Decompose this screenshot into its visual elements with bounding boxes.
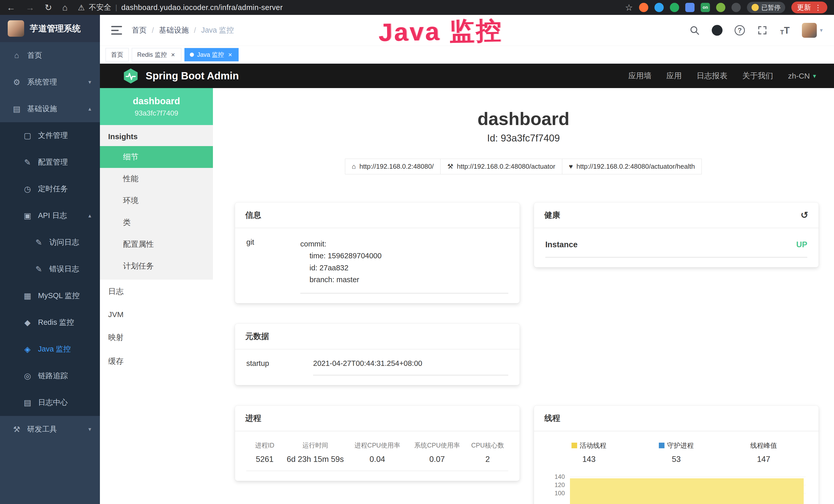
sidebar-item-java-monitor[interactable]: ◈ Java 监控 <box>0 336 100 363</box>
history-icon[interactable]: ↺ <box>800 210 808 220</box>
close-icon[interactable]: × <box>227 51 233 58</box>
process-table: 进程ID 运行时间 进程CPU使用率 系统CPU使用率 CPU核心数 5261 … <box>246 441 508 471</box>
sba-item-metrics[interactable]: 性能 <box>100 168 213 190</box>
sidebar-item-dev-tools[interactable]: ⚒ 研发工具 ▾ <box>0 416 100 443</box>
breadcrumb-home[interactable]: 首页 <box>132 25 147 36</box>
breadcrumb-infra[interactable]: 基础设施 <box>159 25 189 36</box>
sidebar-item-mysql-monitor[interactable]: ▦ MySQL 监控 <box>0 282 100 309</box>
process-card-title: 进程 <box>235 406 520 431</box>
address-separator: | <box>115 3 117 12</box>
close-icon[interactable]: × <box>170 51 176 58</box>
process-col-value: 0.04 <box>348 455 408 464</box>
tab-label: Redis 监控 <box>137 51 167 59</box>
sidebar-item-tracing[interactable]: ◎ 链路追踪 <box>0 363 100 389</box>
process-col-value: 0.07 <box>407 455 467 464</box>
logo-avatar <box>8 20 24 37</box>
address-bar[interactable]: ⚠ 不安全 | dashboard.yudao.iocoder.cn/infra… <box>78 2 283 13</box>
extension-green-icon[interactable] <box>670 3 679 12</box>
app-logo[interactable]: 芋道管理系统 <box>0 15 100 42</box>
chevron-down-icon: ▾ <box>88 426 91 433</box>
user-menu[interactable]: ▾ <box>802 23 823 38</box>
sidebar-item-label: 配置管理 <box>38 157 68 167</box>
home-icon: ⌂ <box>11 51 22 60</box>
sidebar-item-home[interactable]: ⌂ 首页 <box>0 42 100 69</box>
sidebar-item-file-manage[interactable]: ▢ 文件管理 <box>0 122 100 149</box>
sba-item-caches[interactable]: 缓存 <box>100 349 213 373</box>
sba-brand-label: Spring Boot Admin <box>146 70 239 82</box>
startup-value: 2021-04-27T00:44:31.254+08:00 <box>313 359 508 375</box>
browser-home-icon[interactable]: ⌂ <box>62 3 68 12</box>
browser-extensions-area: ☆ on 已暂停 更新 ⋮ <box>625 2 827 13</box>
sidebar-item-access-log[interactable]: ✎ 访问日志 <box>0 229 100 256</box>
sba-item-classes[interactable]: 类 <box>100 211 213 233</box>
sba-item-scheduled-tasks[interactable]: 计划任务 <box>100 255 213 277</box>
sidebar-item-label: 访问日志 <box>49 237 79 248</box>
extension-switch-icon[interactable]: on <box>701 3 710 12</box>
sba-item-config-props[interactable]: 配置属性 <box>100 233 213 255</box>
extension-leaf-icon[interactable] <box>716 3 725 12</box>
extension-grid-icon[interactable] <box>685 3 695 12</box>
fullscreen-icon[interactable] <box>757 25 768 36</box>
actuator-url-link[interactable]: ⚒ http://192.168.0.2:48080/actuator <box>440 159 562 174</box>
bookmark-star-icon[interactable]: ☆ <box>625 3 633 12</box>
app-header: 首页 / 基础设施 / Java 监控 Java 监控 ? TT <box>100 15 834 46</box>
forward-icon[interactable]: → <box>26 3 35 12</box>
sidebar-item-config-manage[interactable]: ✎ 配置管理 <box>0 149 100 176</box>
sba-item-environment[interactable]: 环境 <box>100 190 213 211</box>
reload-icon[interactable]: ↻ <box>45 3 52 12</box>
sba-locale-select[interactable]: zh-CN ▾ <box>788 72 816 81</box>
sba-nav-journal[interactable]: 日志报表 <box>697 71 727 81</box>
sidebar-item-infra[interactable]: ▤ 基础设施 ▴ <box>0 95 100 122</box>
sba-item-details[interactable]: 细节 <box>100 146 213 168</box>
breadcrumb: 首页 / 基础设施 / Java 监控 <box>132 25 234 36</box>
back-icon[interactable]: ← <box>7 3 16 12</box>
health-card: 健康 ↺ Instance UP <box>534 203 818 267</box>
sba-nav-about[interactable]: 关于我们 <box>742 71 773 81</box>
sidebar-item-label: 链路追踪 <box>38 371 68 381</box>
sidebar-item-label: 日志中心 <box>38 397 68 408</box>
sba-item-mappings[interactable]: 映射 <box>100 325 213 349</box>
tab-java-monitor[interactable]: Java 监控 × <box>184 48 239 61</box>
tabs-bar: 首页 Redis 监控 × Java 监控 × <box>100 46 834 64</box>
github-icon[interactable] <box>711 25 723 36</box>
sba-item-jvm[interactable]: JVM <box>100 303 213 325</box>
instance-health-row: Instance UP <box>545 238 807 257</box>
sidebar-item-label: MySQL 监控 <box>38 291 80 301</box>
sba-brand[interactable]: Spring Boot Admin <box>123 68 239 84</box>
sba-item-logs[interactable]: 日志 <box>100 280 213 303</box>
tab-redis-monitor[interactable]: Redis 监控 × <box>132 48 181 61</box>
health-url-link[interactable]: ♥ http://192.168.0.2:48080/actuator/heal… <box>562 159 702 174</box>
sidebar-item-redis-monitor[interactable]: ◆ Redis 监控 <box>0 309 100 336</box>
service-url-link[interactable]: ⌂ http://192.168.0.2:48080/ <box>345 159 441 174</box>
infra-icon: ▤ <box>11 104 22 114</box>
timer-icon: ◷ <box>22 184 33 194</box>
kebab-menu-icon[interactable]: ⋮ <box>814 3 822 12</box>
chevron-up-icon: ▴ <box>88 212 91 219</box>
sidebar-item-system[interactable]: ⚙ 系统管理 ▾ <box>0 69 100 95</box>
extension-drop-icon[interactable] <box>655 3 664 12</box>
paused-badge[interactable]: 已暂停 <box>747 2 785 13</box>
app-sidebar: 芋道管理系统 ⌂ 首页 ⚙ 系统管理 ▾ ▤ 基础设施 ▴ ▢ 文件管理 ✎ 配… <box>0 15 100 504</box>
sba-nav-wallboard[interactable]: 应用墙 <box>628 71 651 81</box>
search-icon[interactable] <box>689 25 700 36</box>
sidebar-item-error-log[interactable]: ✎ 错误日志 <box>0 256 100 282</box>
active-tab-dot <box>190 53 194 57</box>
tab-home[interactable]: 首页 <box>106 48 129 61</box>
config-icon: ✎ <box>22 158 33 167</box>
yellow-swatch <box>571 443 577 448</box>
extension-fox-icon[interactable] <box>639 3 648 12</box>
extension-puzzle-icon[interactable] <box>731 3 741 12</box>
startup-row: startup 2021-04-27T00:44:31.254+08:00 <box>246 359 508 375</box>
sidebar-item-scheduled-jobs[interactable]: ◷ 定时任务 <box>0 176 100 202</box>
legend-live-threads: 活动线程 <box>545 441 633 450</box>
instance-header[interactable]: dashboard 93a3fc7f7409 <box>100 88 213 125</box>
sba-body: dashboard 93a3fc7f7409 Insights 细节 性能 环境… <box>100 88 834 504</box>
hamburger-icon[interactable] <box>111 26 122 35</box>
sidebar-item-log-center[interactable]: ▤ 日志中心 <box>0 389 100 416</box>
help-icon[interactable]: ? <box>734 25 745 36</box>
sidebar-item-api-log[interactable]: ▣ API 日志 ▴ <box>0 202 100 229</box>
app-main-area: 首页 / 基础设施 / Java 监控 Java 监控 ? TT <box>100 15 834 504</box>
sba-nav-applications[interactable]: 应用 <box>666 71 682 81</box>
update-button[interactable]: 更新 ⋮ <box>791 2 827 13</box>
font-size-icon[interactable]: TT <box>779 25 791 36</box>
